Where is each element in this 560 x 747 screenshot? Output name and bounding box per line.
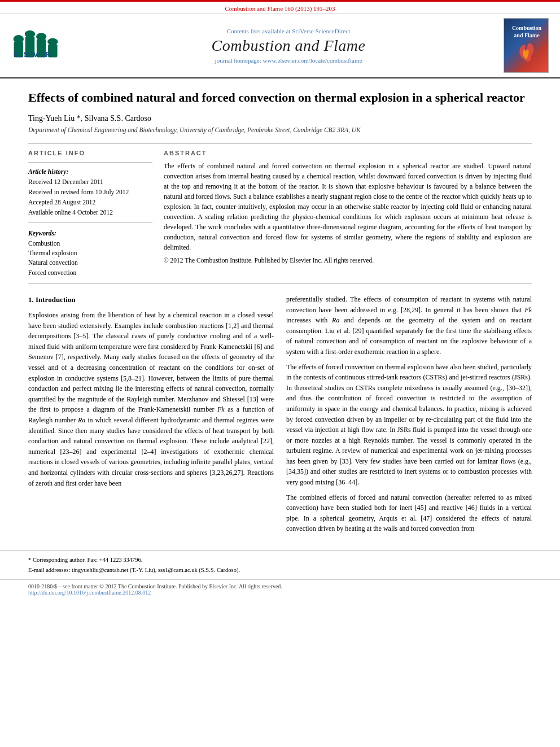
journal-homepage: journal homepage: www.elsevier.com/locat… <box>73 57 504 64</box>
article-authors: Ting-Yueh Liu *, Silvana S.S. Cardoso <box>28 114 532 123</box>
svg-point-8 <box>47 38 58 46</box>
cover-title-text: Combustion and Flame <box>508 24 546 39</box>
footer-star-note: * Corresponding author. Fax: +44 1223 33… <box>28 556 532 565</box>
svg-point-5 <box>14 35 24 43</box>
intro-para-2: preferentially studied. The effects of c… <box>286 294 532 357</box>
history-label: Article history: <box>28 168 152 175</box>
info-abstract-row: ARTICLE INFO Article history: Received 1… <box>28 150 532 278</box>
history-accepted: Accepted 28 August 2012 <box>28 198 152 207</box>
history-online: Available online 4 October 2012 <box>28 208 152 217</box>
elsevier-logo: ELSEVIER <box>11 29 73 62</box>
history-received: Received 12 December 2011 <box>28 177 152 186</box>
sciverse-link[interactable]: SciVerse ScienceDirect <box>292 28 350 34</box>
footer-area: * Corresponding author. Fax: +44 1223 33… <box>0 550 560 579</box>
sciverse-line: Contents lists available at SciVerse Sci… <box>73 28 504 34</box>
bottom-issn: 0010-2180/$ – see front matter © 2012 Th… <box>28 583 532 589</box>
history-revised: Received in revised form 10 July 2012 <box>28 187 152 196</box>
footer-email-note: E-mail addresses: tingyuehliu@cantab.net… <box>28 566 532 575</box>
keyword-3: Natural convection <box>28 258 152 268</box>
intro-para-3: The effects of forced convection on ther… <box>286 362 532 488</box>
bottom-doi[interactable]: http://dx.doi.org/10.1016/j.combustflame… <box>28 589 532 596</box>
article-body: Effects of combined natural and forced c… <box>0 78 560 550</box>
main-col-left: 1. Introduction Explosions arising from … <box>28 294 274 539</box>
content-divider <box>28 283 532 284</box>
info-rule-bottom <box>28 222 152 223</box>
keyword-2: Thermal explosion <box>28 248 152 258</box>
cover-flame-icon <box>515 41 538 67</box>
article-affiliation: Department of Chemical Engineering and B… <box>28 126 532 133</box>
journal-header: ELSEVIER Contents lists available at Sci… <box>0 14 560 78</box>
sciverse-prefix: Contents lists available at <box>227 28 291 34</box>
article-title: Effects of combined natural and forced c… <box>28 90 532 106</box>
citation-bar: Combustion and Flame 160 (2013) 191–203 <box>0 2 560 14</box>
journal-title: Combustion and Flame <box>73 37 504 55</box>
section-1-heading: 1. Introduction <box>28 294 274 305</box>
abstract-copyright: © 2012 The Combustion Institute. Publish… <box>164 257 532 264</box>
info-rule-top <box>28 162 152 163</box>
abstract-heading: ABSTRACT <box>164 150 532 156</box>
article-info-column: ARTICLE INFO Article history: Received 1… <box>28 150 152 278</box>
homepage-prefix: journal homepage: <box>215 57 263 64</box>
journal-header-center: Contents lists available at SciVerse Sci… <box>73 28 504 64</box>
svg-point-6 <box>25 30 35 38</box>
bottom-bar: 0010-2180/$ – see front matter © 2012 Th… <box>0 579 560 599</box>
svg-text:ELSEVIER: ELSEVIER <box>14 51 51 59</box>
doi-link[interactable]: http://dx.doi.org/10.1016/j.combustflame… <box>28 589 151 596</box>
intro-para-4: The combined effects of forced and natur… <box>286 492 532 534</box>
homepage-url[interactable]: www.elsevier.com/locate/combustflame <box>263 57 362 64</box>
journal-citation: Combustion and Flame 160 (2013) 191–203 <box>225 5 335 12</box>
keyword-1: Combustion <box>28 239 152 248</box>
svg-point-7 <box>36 33 46 40</box>
abstract-text: The effects of combined natural and forc… <box>164 161 532 252</box>
keyword-4: Forced convection <box>28 268 152 278</box>
article-info-heading: ARTICLE INFO <box>28 150 152 156</box>
keywords-label: Keywords: <box>28 230 152 237</box>
abstract-column: ABSTRACT The effects of combined natural… <box>164 150 532 278</box>
main-content: 1. Introduction Explosions arising from … <box>28 294 532 539</box>
section-divider <box>28 143 532 144</box>
intro-para-1: Explosions arising from the liberation o… <box>28 310 274 488</box>
main-col-right: preferentially studied. The effects of c… <box>286 294 532 539</box>
journal-cover: Combustion and Flame <box>504 18 549 73</box>
